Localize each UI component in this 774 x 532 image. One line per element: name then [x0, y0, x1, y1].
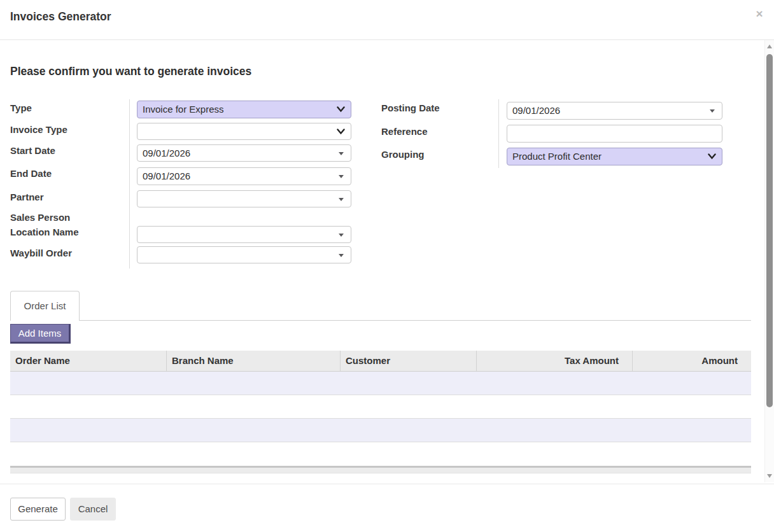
start-date-label: Start Date — [10, 146, 55, 156]
order-table-header: Order Name Branch Name Customer Tax Amou… — [10, 351, 751, 372]
location-name-label: Location Name — [10, 227, 79, 237]
modal-title: Invoices Generator — [10, 10, 111, 24]
scrollbar-thumb[interactable] — [766, 54, 773, 407]
end-date-combobox[interactable]: 09/01/2026 — [137, 167, 351, 185]
chevron-down-icon — [337, 129, 345, 135]
type-label: Type — [10, 103, 32, 113]
column-header-customer[interactable]: Customer — [341, 351, 477, 371]
confirm-heading: Please confirm you want to generate invo… — [10, 65, 251, 78]
right-column-separator — [498, 99, 499, 168]
posting-date-label: Posting Date — [381, 103, 440, 113]
caret-down-icon — [339, 198, 344, 201]
column-header-branch-name[interactable]: Branch Name — [167, 351, 341, 371]
left-column-separator — [129, 99, 130, 269]
end-date-label: End Date — [10, 169, 52, 179]
table-row — [10, 419, 751, 442]
horizontal-scrollbar[interactable] — [10, 466, 751, 473]
table-row — [10, 395, 751, 419]
add-items-button[interactable]: Add Items — [10, 324, 71, 344]
tab-order-list[interactable]: Order List — [10, 291, 80, 321]
posting-date-value: 09/01/2026 — [507, 102, 722, 118]
partner-combobox[interactable] — [137, 190, 351, 207]
reference-input[interactable] — [507, 125, 722, 143]
scroll-up-icon[interactable] — [767, 45, 772, 48]
caret-down-icon — [710, 109, 715, 113]
partner-label: Partner — [10, 192, 44, 202]
caret-down-icon — [339, 254, 344, 257]
table-row — [10, 442, 751, 465]
type-select[interactable]: Invoice for Express — [137, 101, 351, 118]
invoices-generator-modal: Invoices Generator × Please confirm you … — [0, 0, 774, 532]
grouping-select-value: Product Profit Center — [507, 148, 722, 164]
type-select-value: Invoice for Express — [137, 101, 351, 117]
location-name-combobox[interactable] — [137, 226, 351, 243]
waybill-order-label: Waybill Order — [10, 248, 72, 258]
start-date-combobox[interactable]: 09/01/2026 — [137, 144, 351, 162]
waybill-order-combobox[interactable] — [137, 246, 351, 263]
generate-button[interactable]: Generate — [10, 498, 66, 521]
header-divider — [0, 39, 774, 40]
invoice-type-label: Invoice Type — [10, 125, 67, 135]
cancel-button[interactable]: Cancel — [70, 498, 116, 521]
table-row — [10, 372, 751, 395]
column-header-amount[interactable]: Amount — [633, 351, 751, 371]
caret-down-icon — [339, 175, 344, 178]
caret-down-icon — [339, 152, 344, 155]
close-icon[interactable]: × — [753, 8, 766, 20]
column-header-tax-amount[interactable]: Tax Amount — [477, 351, 633, 371]
invoice-type-select[interactable] — [137, 123, 351, 140]
grouping-select[interactable]: Product Profit Center — [507, 148, 722, 165]
chevron-down-icon — [708, 153, 716, 160]
order-table-body — [10, 372, 751, 465]
vertical-scrollbar[interactable] — [764, 40, 774, 482]
column-header-order-name[interactable]: Order Name — [10, 351, 167, 371]
footer-divider — [0, 484, 774, 484]
end-date-value: 09/01/2026 — [137, 168, 351, 184]
scroll-down-icon[interactable] — [767, 474, 772, 478]
grouping-label: Grouping — [381, 150, 425, 160]
reference-label: Reference — [381, 127, 428, 137]
posting-date-combobox[interactable]: 09/01/2026 — [507, 102, 722, 120]
chevron-down-icon — [337, 106, 345, 113]
sales-person-label: Sales Person — [10, 213, 70, 223]
tab-bar — [10, 320, 751, 321]
caret-down-icon — [339, 234, 344, 237]
start-date-value: 09/01/2026 — [137, 145, 351, 161]
